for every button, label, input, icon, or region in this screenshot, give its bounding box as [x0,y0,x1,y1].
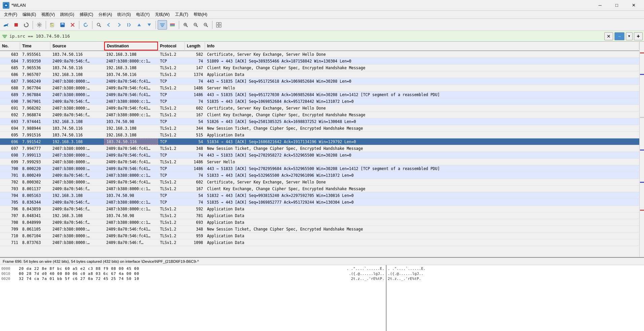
table-cell: 7.965536 [20,65,50,71]
menu-bar: 文件(F)编辑(E)视图(V)跳转(G)捕获(C)分析(A)统计(S)电话(Y)… [0,11,644,19]
hex-bytes: 32 74 ca 7a 01 bb 5f c6 27 0a 72 45 25 7… [19,277,347,281]
svg-rect-5 [50,23,52,24]
menu-item-w[interactable]: 无线(W) [152,11,172,18]
save-file-button[interactable] [58,20,67,30]
forward-button[interactable] [114,20,124,30]
table-row[interactable]: 6927.9688742409:8a70:546:f…2407:b380:800… [0,112,639,118]
close-file-button[interactable] [68,20,77,30]
table-row[interactable]: 7078.048341192.168.3.108103.74.50.98TLSv… [0,212,639,219]
table-cell: 54 [185,139,205,144]
table-row[interactable]: 7028.0003022407:b380:8000:…2409:8a70:546… [0,179,639,185]
table-row[interactable]: 7068.0438592409:8a70:546:f…2407:b380:800… [0,206,639,212]
filter-input[interactable] [9,32,603,40]
close-button[interactable]: ✕ [626,1,641,10]
right-scrollbar[interactable] [639,42,644,257]
filter-clear-button[interactable]: ✕ [604,32,613,40]
table-cell: 103.74.50.116 [50,132,104,138]
reload-button[interactable] [81,20,90,30]
find-button[interactable] [94,20,104,30]
table-row[interactable]: 6997.9992932407:b380:8000:…2409:8a70:546… [0,159,639,165]
table-row[interactable]: 6837.955561103.74.50.116192.168.3.108TLS… [0,51,639,58]
colorize-button[interactable] [168,20,177,30]
svg-rect-21 [161,26,163,27]
table-cell: 602 [185,179,205,185]
table-row[interactable]: 7008.0002202407:b380:8000:…2409:8a70:546… [0,165,639,172]
table-cell: 700 [0,166,20,171]
table-row[interactable]: 7118.0737632407:b380:8000:…2409:8a70:546… [0,239,639,246]
table-row[interactable]: 6987.9991132407:b380:8000:…2409:8a70:546… [0,152,639,159]
table-cell: 7.974441 [20,119,50,124]
zoom-in-button[interactable] [181,20,190,30]
zoom-normal-button[interactable] [191,20,200,30]
table-row[interactable]: 6957.991516103.74.50.116192.168.3.108TLS… [0,132,639,138]
table-row[interactable]: 6917.9682022407:b380:8000:…2409:8a70:546… [0,105,639,112]
table-row[interactable]: 6937.974441192.168.3.108103.74.50.98TCP5… [0,118,639,125]
menu-item-h[interactable]: 帮助(H) [191,11,210,18]
table-cell: 103.74.50.98 [104,119,158,124]
menu-item-c[interactable]: 捕获(C) [77,11,96,18]
table-row[interactable]: 7058.0363442409:8a70:546:f…2407:b380:800… [0,199,639,206]
zoom-out-button[interactable] [201,20,210,30]
filter-apply-button[interactable]: → [614,32,625,40]
menu-item-t[interactable]: 工具(T) [172,11,191,18]
table-cell: 1486 [185,85,205,91]
jump-button[interactable] [124,20,134,30]
table-row[interactable]: 6977.9947772407:b380:8000:…2409:8a70:546… [0,145,639,152]
menu-item-e[interactable]: 编辑(E) [20,11,39,18]
table-row[interactable]: 6877.9662492407:b380:8000:…2409:8a70:546… [0,78,639,85]
packet-list-body[interactable]: 6837.955561103.74.50.116192.168.3.108TLS… [0,51,639,257]
table-cell: 2409:8a70:546:fc41… [104,92,158,97]
table-row[interactable]: 7048.005163192.168.3.108103.74.50.98TCP5… [0,192,639,199]
scrollbar-mark-blue [640,74,644,75]
table-row[interactable]: 6887.9677042407:b380:8000:…2409:8a70:546… [0,85,639,91]
table-cell: 443 → 51833 [ACK] Seq=2702959684 Ack=532… [205,166,639,171]
table-row[interactable]: 7018.0002492409:8a70:546:f…2407:b380:800… [0,172,639,179]
table-cell: TLSv1.2 [158,186,185,192]
ascii-panel[interactable]: . ."....`......E..({.@......lgJ..2t.z.._… [387,265,644,331]
open-file-button[interactable] [48,20,57,30]
table-row[interactable]: 6967.991542192.168.3.108103.74.50.116TCP… [0,138,639,145]
table-cell: 692 [0,112,20,118]
menu-item-f[interactable]: 文件(F) [1,11,20,18]
table-row[interactable]: 7088.0489992409:8a70:546:f…2407:b380:800… [0,219,639,226]
menu-item-a[interactable]: 分析(A) [96,11,115,18]
scroll-down-button[interactable] [145,20,154,30]
menu-item-s[interactable]: 统计(S) [115,11,133,18]
table-cell: TLSv1.2 [158,240,185,245]
table-row[interactable]: 6857.965536103.74.50.116192.168.3.108TLS… [0,65,639,71]
table-row[interactable]: 6847.9593502409:8a70:546:f…2407:b380:800… [0,58,639,65]
back-button[interactable] [104,20,114,30]
filter-add-button[interactable]: + [634,32,643,40]
table-row[interactable]: 6867.965707192.168.3.108103.74.50.116TLS… [0,71,639,78]
menu-item-y[interactable]: 电话(Y) [133,11,152,18]
minimize-button[interactable]: ─ [592,1,608,10]
table-cell: 2409:8a70:546:f… [50,206,104,212]
scroll-up-button[interactable] [134,20,144,30]
table-cell: 697 [0,146,20,151]
filter-dropdown-button[interactable]: ▾ [626,32,633,40]
table-cell: TCP [158,166,185,171]
table-row[interactable]: 6947.988944103.74.50.116192.168.3.108TLS… [0,125,639,132]
ascii-line: .({.@......lgJ.. [388,272,643,276]
table-row[interactable]: 7038.0011372409:8a70:546:f…2407:b380:800… [0,185,639,192]
table-cell: 2409:8a70:546:fc41… [104,226,158,232]
restart-capture-button[interactable] [22,20,31,30]
filter-toolbar-button[interactable] [158,20,167,30]
maximize-button[interactable]: □ [609,1,625,10]
table-cell: 592 [185,206,205,212]
ascii-text: .({.@......lgJ.. [388,272,424,276]
shark-capture-button[interactable] [1,20,11,30]
table-cell: 683 [0,52,20,57]
options-button[interactable] [35,20,44,30]
menu-item-v[interactable]: 视图(V) [39,11,57,18]
table-cell: 8.000249 [20,173,50,178]
table-row[interactable]: 6907.9679012409:8a70:546:f…2407:b380:800… [0,98,639,105]
hex-panel[interactable]: 000020 da 22 8e 8f bc 60 a5 e2 c3 88 f9 … [0,265,387,331]
menu-item-g[interactable]: 跳转(G) [57,11,77,18]
stop-capture-button[interactable] [11,20,21,30]
table-row[interactable]: 7108.0671042407:b380:8000:…2409:8a70:546… [0,233,639,239]
table-row[interactable]: 7098.0611052407:b380:8000:…2409:8a70:546… [0,226,639,233]
svg-rect-24 [170,26,175,26]
table-row[interactable]: 6897.9678842407:b380:8000:…2409:8a70:546… [0,91,639,98]
resize-columns-button[interactable] [214,20,224,30]
